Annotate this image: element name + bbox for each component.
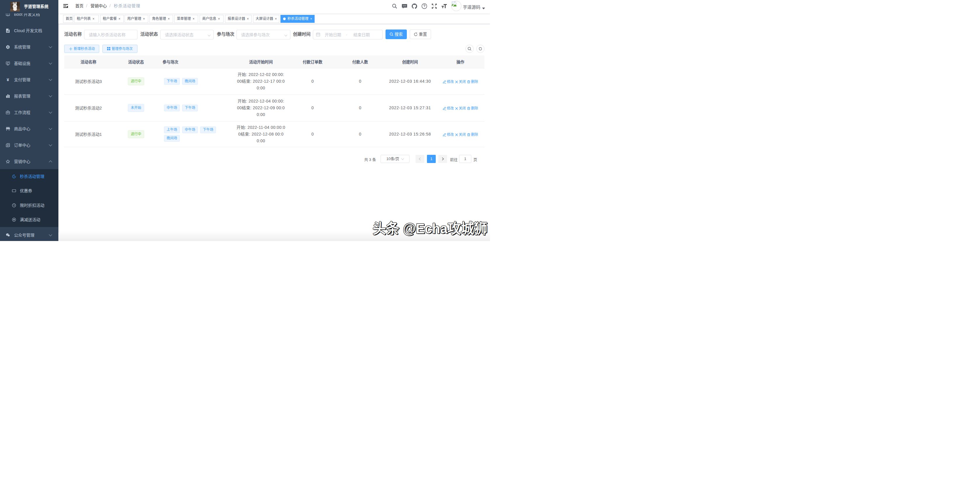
svg-text:¥: ¥ xyxy=(7,78,10,82)
svg-text:头条 @Echa攻城狮: 头条 @Echa攻城狮 xyxy=(373,221,487,236)
